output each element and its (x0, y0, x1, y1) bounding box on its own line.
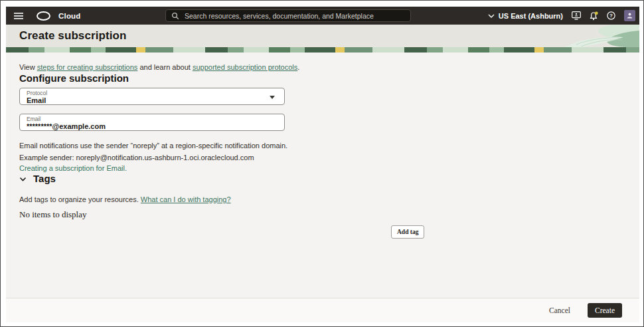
region-label: US East (Ashburn) (499, 12, 563, 20)
link-supported-subscription-protocols[interactable]: supported subscription protocols (193, 63, 297, 71)
configure-subscription-heading: Configure subscription (19, 72, 129, 84)
banner-strip-decoration (6, 47, 639, 53)
brand-label: Cloud (58, 12, 81, 20)
example-sender-note: Example sender: noreply@notification.us-… (19, 154, 254, 162)
protocol-select[interactable]: Protocol Email (19, 88, 285, 105)
sender-note: Email notifications use the sender “nore… (19, 142, 287, 150)
page-header: Create subscription (6, 25, 639, 47)
link-tagging-help[interactable]: What can I do with tagging? (141, 195, 231, 203)
menu-icon[interactable] (14, 12, 23, 20)
email-field[interactable]: Email *********@example.com (19, 114, 285, 131)
tags-description-text: Add tags to organize your resources. (19, 195, 141, 203)
page-title: Create subscription (6, 29, 127, 43)
search-input[interactable] (183, 11, 405, 21)
tags-empty-state: No items to display (19, 209, 86, 220)
dropdown-caret-icon (270, 96, 275, 99)
action-footer: Cancel Create (6, 298, 639, 322)
link-steps-for-creating-subscriptions[interactable]: steps for creating subscriptions (37, 63, 138, 71)
user-avatar[interactable] (624, 10, 635, 21)
tags-heading: Tags (33, 173, 56, 184)
notification-dot (595, 11, 598, 15)
window-frame: Cloud US East (0, 0, 644, 327)
top-navigation-bar: Cloud US East (6, 7, 639, 25)
tags-collapse-chevron-icon[interactable] (19, 175, 27, 181)
global-search[interactable] (165, 9, 411, 22)
tags-section-header: Tags (19, 173, 56, 184)
svg-text:?: ? (609, 13, 613, 19)
main-content: View steps for creating subscriptions an… (6, 53, 639, 298)
email-label: Email (27, 116, 278, 122)
oracle-logo[interactable] (37, 11, 50, 21)
leaf-decoration (540, 25, 639, 47)
protocol-label: Protocol (27, 90, 278, 96)
topbar-left: Cloud (14, 7, 81, 25)
monitor-icon[interactable] (572, 11, 581, 20)
help-icon[interactable]: ? (607, 11, 615, 20)
chevron-down-icon (488, 14, 495, 18)
intro-text: View steps for creating subscriptions an… (19, 63, 299, 71)
topbar-right: US East (Ashburn) (488, 7, 635, 25)
intro-suffix: . (297, 63, 299, 71)
add-tag-button[interactable]: Add tag (391, 225, 424, 239)
search-icon (171, 12, 179, 20)
tags-description: Add tags to organize your resources. Wha… (19, 195, 231, 203)
cancel-button[interactable]: Cancel (548, 304, 572, 317)
user-icon (626, 12, 633, 19)
link-creating-subscription-email[interactable]: Creating a subscription for Email. (19, 164, 127, 172)
protocol-value: Email (27, 96, 278, 105)
intro-prefix: View (19, 63, 37, 71)
intro-middle: and learn about (137, 63, 193, 71)
create-button[interactable]: Create (588, 303, 622, 318)
region-selector[interactable]: US East (Ashburn) (488, 12, 563, 20)
email-value: *********@example.com (27, 122, 278, 131)
oci-console: Cloud US East (6, 7, 639, 322)
bell-icon[interactable] (590, 11, 598, 21)
